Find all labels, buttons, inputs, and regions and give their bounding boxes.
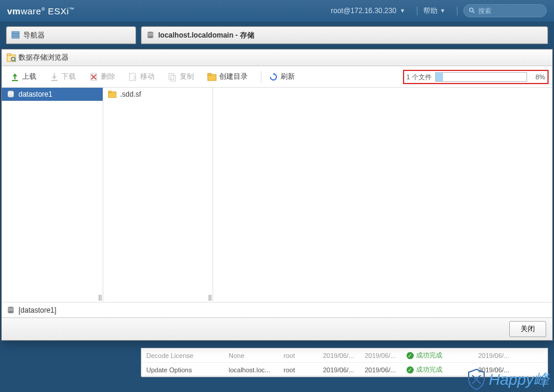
upload-button[interactable]: 上载 [7, 70, 40, 84]
svg-rect-4 [12, 36, 19, 38]
svg-rect-21 [208, 73, 211, 75]
datastore-icon [7, 306, 15, 314]
breadcrumb: [datastore1] [2, 302, 552, 317]
resize-handle-icon[interactable]: ||| [208, 294, 211, 301]
navigator-title: 导航器 [23, 30, 45, 41]
close-button[interactable]: 关闭 [509, 321, 546, 337]
toolbar: 上载 下载 删除 移动 复制 创建目录 刷新 1 个文件 [2, 66, 552, 88]
progress-label: 1 个文件 [407, 73, 432, 82]
navigator-icon [11, 31, 20, 39]
download-icon [50, 72, 59, 82]
datastore-item[interactable]: datastore1 [2, 88, 103, 101]
delete-button[interactable]: 删除 [85, 70, 119, 84]
datastore-browser-modal: 数据存储浏览器 上载 下载 删除 移动 复制 创建目录 刷新 [1, 49, 553, 341]
app-header: vmware® ESXi™ root@172.16.30.230 ▼ | 帮助 … [0, 0, 554, 21]
table-row: Decode License None root 2019/06/... 201… [141, 348, 547, 363]
upload-icon [10, 72, 20, 82]
user-menu[interactable]: root@172.16.30.230 [331, 7, 396, 15]
progress-percent: 8% [531, 73, 545, 81]
refresh-icon [269, 72, 278, 82]
svg-rect-18 [169, 73, 174, 79]
svg-point-0 [470, 8, 473, 12]
navigator-panel-header: 导航器 [6, 26, 136, 44]
svg-point-7 [147, 36, 153, 38]
refresh-button[interactable]: 刷新 [265, 70, 298, 84]
modal-title: 数据存储浏览器 [19, 53, 69, 63]
browser-body: datastore1 ||| .sdd.sf ||| [2, 88, 552, 302]
move-icon [128, 72, 138, 82]
modal-titlebar: 数据存储浏览器 [2, 50, 552, 66]
delete-icon [89, 72, 99, 82]
svg-rect-9 [7, 54, 11, 55]
folder-icon [207, 72, 217, 82]
file-item[interactable]: .sdd.sf [103, 88, 213, 101]
progress-bar [435, 72, 527, 82]
vmware-logo: vmware® ESXi™ [7, 6, 74, 16]
search-input[interactable] [478, 7, 538, 14]
svg-point-24 [8, 95, 14, 97]
help-menu[interactable]: 帮助 [423, 6, 438, 16]
breadcrumb-path: [datastore1] [19, 306, 56, 314]
copy-button[interactable]: 复制 [164, 70, 198, 84]
svg-rect-3 [12, 34, 19, 36]
chevron-down-icon[interactable]: ▼ [440, 8, 445, 14]
content-panel-header: localhost.localdomain - 存储 [141, 26, 548, 44]
svg-point-29 [8, 311, 14, 313]
folder-column: .sdd.sf ||| [103, 88, 213, 302]
svg-rect-12 [12, 80, 18, 81]
datastore-column: datastore1 ||| [2, 88, 103, 302]
modal-footer: 关闭 [2, 317, 552, 340]
svg-rect-26 [108, 91, 111, 92]
content-column [213, 88, 552, 302]
shield-icon [466, 368, 487, 391]
resize-handle-icon[interactable]: ||| [98, 294, 101, 301]
upload-progress: 1 个文件 8% [403, 70, 549, 84]
mkdir-button[interactable]: 创建目录 [204, 70, 251, 84]
copy-icon [168, 72, 177, 82]
progress-fill [436, 73, 443, 81]
search-icon [469, 7, 476, 14]
svg-rect-13 [51, 80, 57, 81]
content-title: localhost.localdomain - 存储 [158, 30, 254, 41]
folder-icon [108, 91, 116, 98]
datastore-icon [7, 90, 15, 98]
move-button[interactable]: 移动 [125, 70, 158, 84]
search-box[interactable] [463, 4, 547, 17]
datastore-browser-icon [7, 53, 16, 63]
svg-rect-2 [12, 32, 19, 33]
download-button[interactable]: 下载 [46, 70, 79, 84]
svg-line-1 [473, 11, 475, 13]
separator [261, 71, 261, 83]
datastore-icon [146, 31, 155, 39]
watermark: Happy峰 [466, 368, 549, 391]
svg-rect-19 [171, 75, 176, 81]
chevron-down-icon[interactable]: ▼ [400, 8, 405, 14]
